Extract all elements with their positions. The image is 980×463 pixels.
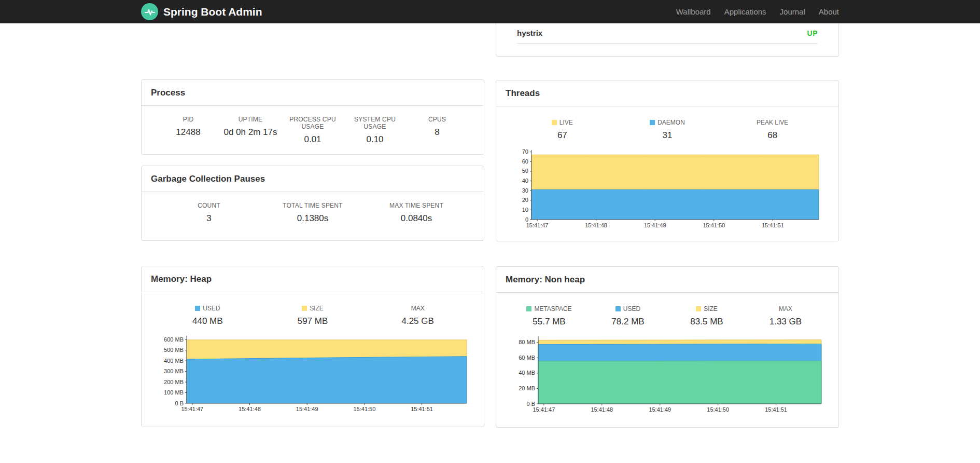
memory-nonheap-panel: Memory: Non heap METASPACE 55.7 MB USED … xyxy=(496,266,839,428)
legend-value: 68 xyxy=(720,130,825,141)
nav-links: Wallboard Applications Journal About xyxy=(669,7,839,16)
gc-pauses-panel: Garbage Collection Pauses COUNT 3 TOTAL … xyxy=(141,166,484,241)
svg-text:15:41:48: 15:41:48 xyxy=(585,222,607,228)
metric-pid: PID 12488 xyxy=(157,116,219,145)
gc-metrics: COUNT 3 TOTAL TIME SPENT 0.1380s MAX TIM… xyxy=(142,192,484,224)
metric-value: 0d 0h 2m 17s xyxy=(219,127,282,138)
svg-text:15:41:51: 15:41:51 xyxy=(762,222,784,228)
nav-link-applications[interactable]: Applications xyxy=(718,7,773,16)
legend-label-text: SIZE xyxy=(310,305,324,312)
svg-text:15:41:48: 15:41:48 xyxy=(239,406,261,412)
legend-value: 440 MB xyxy=(155,316,260,326)
nav-link-journal[interactable]: Journal xyxy=(773,7,812,16)
legend-value: 83.5 MB xyxy=(667,317,746,327)
legend-item-used: USED 78.2 MB xyxy=(589,305,667,327)
legend-label-text: DAEMON xyxy=(657,119,685,126)
threads-chart: 01020304050607015:41:4715:41:4815:41:491… xyxy=(512,147,823,232)
svg-text:15:41:47: 15:41:47 xyxy=(181,406,203,412)
svg-text:50: 50 xyxy=(522,168,528,174)
svg-text:10: 10 xyxy=(522,207,528,213)
svg-text:15:41:50: 15:41:50 xyxy=(353,406,375,412)
metric-value: 3 xyxy=(157,213,261,224)
brand-link[interactable]: Spring Boot Admin xyxy=(141,3,262,20)
metric-value: 0.10 xyxy=(344,134,406,145)
legend-label: MAX xyxy=(746,305,825,312)
metric-gc-total-time: TOTAL TIME SPENT 0.1380s xyxy=(261,202,365,224)
svg-text:15:41:50: 15:41:50 xyxy=(703,222,725,228)
spring-boot-admin-logo-icon xyxy=(141,3,158,20)
legend-label: MAX xyxy=(365,305,470,312)
svg-text:200 MB: 200 MB xyxy=(164,379,184,385)
svg-text:15:41:51: 15:41:51 xyxy=(765,406,787,413)
size-swatch-icon xyxy=(302,306,307,311)
svg-text:15:41:47: 15:41:47 xyxy=(533,406,555,413)
legend-item-size: SIZE 83.5 MB xyxy=(667,305,746,327)
memory-nonheap-panel-title: Memory: Non heap xyxy=(496,267,838,293)
legend-label: USED xyxy=(589,305,667,312)
application-row-hystrix[interactable]: hystrix UP xyxy=(496,23,838,37)
svg-text:30: 30 xyxy=(522,187,528,194)
legend-item-max: MAX 1.33 GB xyxy=(746,305,825,327)
svg-text:20 MB: 20 MB xyxy=(519,385,535,391)
metric-gc-max-time: MAX TIME SPENT 0.0840s xyxy=(365,202,468,224)
legend-label-text: MAX xyxy=(411,305,425,312)
application-name[interactable]: hystrix xyxy=(517,29,542,37)
svg-text:0: 0 xyxy=(525,216,528,223)
svg-text:15:41:50: 15:41:50 xyxy=(707,406,729,413)
legend-label: PEAK LIVE xyxy=(720,119,825,126)
svg-text:600 MB: 600 MB xyxy=(164,336,184,343)
metric-value: 0.1380s xyxy=(261,213,365,224)
svg-text:0 B: 0 B xyxy=(175,400,184,406)
process-panel: Process PID 12488 UPTIME 0d 0h 2m 17s PR… xyxy=(141,79,484,155)
legend-item-metaspace: METASPACE 55.7 MB xyxy=(510,305,589,327)
svg-text:15:41:49: 15:41:49 xyxy=(649,406,671,413)
main-content: Process PID 12488 UPTIME 0d 0h 2m 17s PR… xyxy=(141,23,839,428)
metric-gc-count: COUNT 3 xyxy=(157,202,261,224)
process-panel-title: Process xyxy=(142,80,484,106)
legend-label-text: PEAK LIVE xyxy=(757,119,788,126)
nav-link-about[interactable]: About xyxy=(812,7,839,16)
legend-label-text: USED xyxy=(203,305,220,312)
metric-label: CPUS xyxy=(406,116,468,123)
legend-label: USED xyxy=(155,305,260,312)
svg-text:60 MB: 60 MB xyxy=(519,355,535,361)
legend-label: SIZE xyxy=(260,305,366,312)
memory-heap-panel: Memory: Heap USED 440 MB SIZE 597 MB xyxy=(141,266,484,427)
legend-label: METASPACE xyxy=(510,305,589,312)
svg-text:15:41:47: 15:41:47 xyxy=(526,222,549,228)
svg-text:40: 40 xyxy=(522,178,528,184)
svg-text:15:41:48: 15:41:48 xyxy=(591,406,613,413)
svg-text:40 MB: 40 MB xyxy=(519,370,535,376)
threads-panel-title: Threads xyxy=(496,80,838,106)
legend-label-text: LIVE xyxy=(559,119,573,126)
legend-item-peak-live: PEAK LIVE 68 xyxy=(720,119,825,141)
memory-nonheap-legend: METASPACE 55.7 MB USED 78.2 MB SIZE xyxy=(496,293,838,327)
metric-value: 0.0840s xyxy=(365,213,468,224)
memory-heap-chart: 0 B100 MB200 MB300 MB400 MB500 MB600 MB1… xyxy=(155,333,471,416)
metric-value: 12488 xyxy=(157,127,219,138)
nav-link-wallboard[interactable]: Wallboard xyxy=(669,7,718,16)
metric-process-cpu-usage: PROCESS CPU USAGE 0.01 xyxy=(282,116,344,145)
metric-label: UPTIME xyxy=(219,116,282,123)
legend-value: 31 xyxy=(615,130,720,141)
legend-label-text: METASPACE xyxy=(534,305,571,312)
metric-value: 0.01 xyxy=(282,134,344,145)
metric-system-cpu-usage: SYSTEM CPU USAGE 0.10 xyxy=(344,116,406,145)
legend-label: DAEMON xyxy=(615,119,720,126)
legend-item-daemon: DAEMON 31 xyxy=(615,119,720,141)
legend-value: 67 xyxy=(510,130,615,141)
brand-title: Spring Boot Admin xyxy=(163,6,262,18)
memory-nonheap-chart-wrap: 0 B20 MB40 MB60 MB80 MB15:41:4715:41:481… xyxy=(496,333,838,416)
metric-label: PROCESS CPU USAGE xyxy=(282,116,344,130)
legend-value: 4.25 GB xyxy=(365,316,470,326)
legend-label: LIVE xyxy=(510,119,615,126)
applications-panel-partial: hystrix UP xyxy=(496,23,839,57)
threads-panel: Threads LIVE 67 DAEMON 31 xyxy=(496,80,839,241)
legend-item-size: SIZE 597 MB xyxy=(260,305,366,326)
legend-item-max: MAX 4.25 GB xyxy=(365,305,470,326)
svg-text:60: 60 xyxy=(522,158,528,165)
metaspace-swatch-icon xyxy=(526,306,531,311)
metric-label: MAX TIME SPENT xyxy=(365,202,468,209)
svg-text:70: 70 xyxy=(522,148,528,155)
threads-legend: LIVE 67 DAEMON 31 PEAK LIVE 68 xyxy=(496,106,838,141)
